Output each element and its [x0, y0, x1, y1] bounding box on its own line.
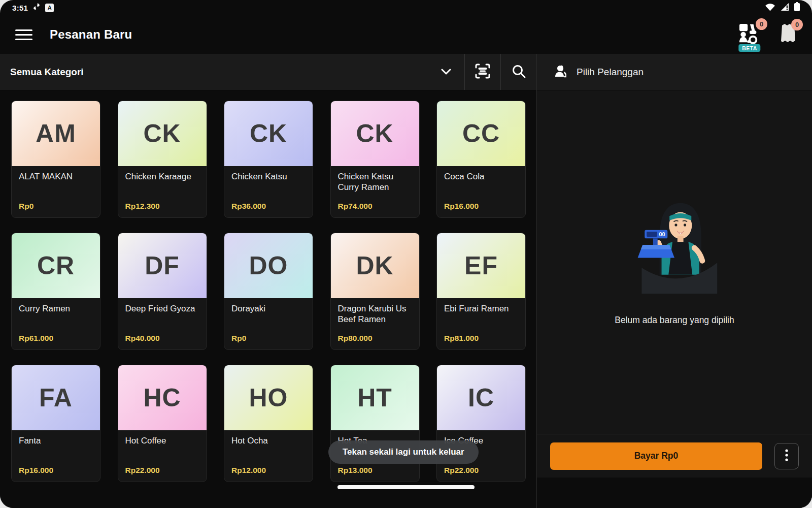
product-name: ALAT MAKAN	[19, 171, 93, 182]
product-card[interactable]: CK Chicken Katsu Curry Ramen Rp74.000	[330, 101, 420, 218]
product-price: Rp40.000	[125, 334, 199, 343]
product-price: Rp81.000	[444, 334, 518, 343]
product-price: Rp22.000	[444, 466, 518, 475]
catalog-toolbar: Semua Kategori	[0, 54, 536, 90]
product-thumbnail: DK	[331, 233, 419, 298]
product-card[interactable]: DO Dorayaki Rp0	[224, 233, 313, 350]
product-price: Rp80.000	[338, 334, 412, 343]
product-initials: DK	[356, 251, 393, 280]
product-thumbnail: IC	[437, 365, 525, 430]
product-thumbnail: CC	[437, 101, 525, 166]
status-bar: 3:51 A	[0, 0, 812, 15]
product-name: Coca Cola	[444, 171, 518, 182]
product-initials: HC	[143, 383, 181, 412]
battery-icon	[794, 2, 800, 13]
product-price: Rp74.000	[338, 202, 412, 211]
product-card[interactable]: EF Ebi Furai Ramen Rp81.000	[436, 233, 526, 350]
product-card[interactable]: DK Dragon Karubi Us Beef Ramen Rp80.000	[330, 233, 420, 350]
product-card[interactable]: HO Hot Ocha Rp12.000	[224, 365, 313, 482]
product-card[interactable]: HC Hot Coffee Rp22.000	[118, 365, 207, 482]
more-icon	[785, 449, 788, 463]
product-thumbnail: DF	[118, 233, 207, 298]
product-thumbnail: CK	[118, 101, 207, 166]
delivery-orders-button[interactable]: 0 BETA	[738, 23, 761, 46]
search-icon	[511, 64, 526, 81]
select-customer-button[interactable]: Pilih Pelanggan	[537, 54, 812, 90]
product-thumbnail: HC	[118, 365, 207, 430]
product-price: Rp13.000	[338, 466, 412, 475]
more-options-button[interactable]	[774, 443, 799, 469]
product-thumbnail: HT	[331, 365, 419, 430]
product-name: Chicken Karaage	[125, 171, 199, 182]
product-card[interactable]: HT Hot Tea Rp13.000	[330, 365, 420, 482]
product-card[interactable]: FA Fanta Rp16.000	[11, 365, 100, 482]
gesture-area-spacer	[537, 478, 812, 508]
status-time: 3:51	[12, 4, 28, 12]
data-sync-icon	[32, 3, 41, 13]
product-thumbnail: DO	[224, 233, 313, 298]
chevron-down-icon	[441, 68, 451, 77]
product-name: Dorayaki	[231, 303, 306, 314]
product-price: Rp36.000	[231, 202, 306, 211]
category-dropdown-value: Semua Kategori	[10, 67, 84, 78]
product-card[interactable]: DF Deep Fried Gyoza Rp40.000	[118, 233, 207, 350]
product-thumbnail: EF	[437, 233, 525, 298]
product-initials: CK	[143, 119, 181, 148]
app-bar: Pesanan Baru 0 BETA	[0, 15, 812, 54]
search-button[interactable]	[501, 54, 536, 90]
product-thumbnail: AM	[12, 101, 100, 166]
product-card[interactable]: CR Curry Ramen Rp61.000	[11, 233, 100, 350]
product-thumbnail: CK	[224, 101, 313, 166]
auto-mode-icon: A	[45, 4, 54, 12]
product-thumbnail: CK	[331, 101, 419, 166]
exit-toast: Tekan sekali lagi untuk keluar	[328, 440, 479, 464]
pay-button[interactable]: Bayar Rp0	[550, 442, 762, 470]
wifi-icon	[765, 3, 775, 13]
product-thumbnail: HO	[224, 365, 313, 430]
category-dropdown[interactable]: Semua Kategori	[0, 54, 464, 90]
product-price: Rp12.300	[125, 202, 199, 211]
product-card[interactable]: AM ALAT MAKAN Rp0	[11, 101, 100, 218]
product-name: Deep Fried Gyoza	[125, 303, 199, 314]
product-name: Curry Ramen	[19, 303, 93, 314]
product-name: Ebi Furai Ramen	[444, 303, 518, 314]
product-name: Hot Coffee	[125, 435, 199, 446]
product-thumbnail: CR	[12, 233, 100, 298]
product-initials: CK	[250, 119, 287, 148]
cart-footer: Bayar Rp0	[537, 434, 812, 478]
navigation-handle[interactable]	[337, 485, 475, 489]
product-card[interactable]: CC Coca Cola Rp16.000	[436, 101, 526, 218]
product-price: Rp0	[231, 334, 306, 343]
product-name: Chicken Katsu Curry Ramen	[338, 171, 412, 193]
cart-empty-message: Belum ada barang yang dipilih	[615, 315, 734, 326]
product-initials: CC	[462, 119, 500, 148]
register-display: 00	[659, 231, 665, 237]
product-thumbnail: FA	[12, 365, 100, 430]
barcode-scanner-icon	[474, 62, 491, 82]
product-initials: IC	[468, 383, 494, 412]
product-initials: HT	[357, 383, 392, 412]
product-price: Rp16.000	[19, 466, 93, 475]
product-price: Rp12.000	[231, 466, 306, 475]
product-initials: HO	[249, 383, 288, 412]
cell-signal-icon	[780, 3, 790, 13]
receipt-icon	[780, 37, 797, 45]
customer-icon	[551, 64, 566, 80]
saved-orders-button[interactable]: 0	[780, 23, 797, 46]
product-card[interactable]: IC Ice Coffee Rp22.000	[436, 365, 526, 482]
barcode-scan-button[interactable]	[465, 54, 500, 90]
product-card[interactable]: CK Chicken Karaage Rp12.300	[118, 101, 207, 218]
product-name: Dragon Karubi Us Beef Ramen	[338, 303, 412, 325]
cart-panel: Pilih Pelanggan	[536, 54, 812, 508]
product-price: Rp61.000	[19, 334, 93, 343]
product-name: Fanta	[19, 435, 93, 446]
product-initials: CR	[37, 251, 75, 280]
product-card[interactable]: CK Chicken Katsu Rp36.000	[224, 101, 313, 218]
product-price: Rp16.000	[444, 202, 518, 211]
menu-icon[interactable]	[15, 29, 32, 40]
product-initials: CK	[356, 119, 393, 148]
product-price: Rp22.000	[125, 466, 199, 475]
delivery-count-badge: 0	[756, 18, 767, 30]
beta-badge: BETA	[738, 44, 760, 52]
saved-orders-count-badge: 0	[791, 19, 803, 30]
